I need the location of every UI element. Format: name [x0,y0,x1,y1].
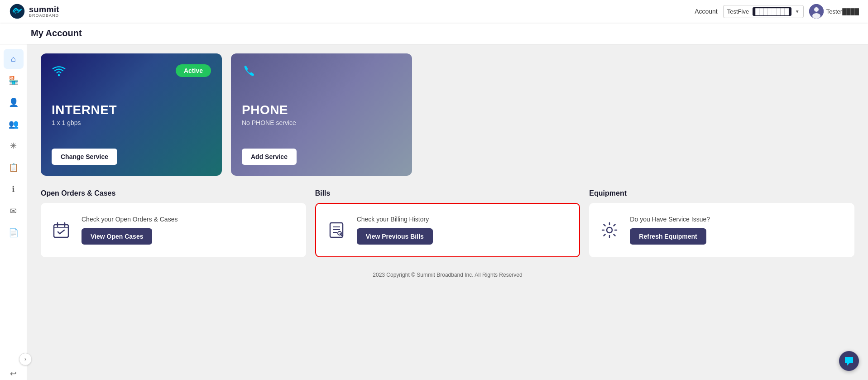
internet-card-top: Active [52,64,211,81]
sidebar-item-profile[interactable]: 👤 [4,92,24,112]
open-orders-section: Open Orders & Cases Check your Open Orde… [41,189,306,257]
bills-description: Check your Billing History [357,216,571,223]
open-orders-description: Check your Open Orders & Cases [82,216,297,223]
open-orders-title: Open Orders & Cases [41,189,306,197]
avatar [809,4,824,19]
view-open-cases-button[interactable]: View Open Cases [82,228,152,245]
bills-icon [325,221,348,239]
sidebar: ⌂ 🏪 👤 👥 ✳ 📋 ℹ ✉ 📄 ↩ › [0,44,27,380]
open-orders-card: Check your Open Orders & Cases View Open… [41,203,306,257]
bills-content: Check your Billing History View Previous… [357,216,571,245]
add-service-button[interactable]: Add Service [242,149,297,165]
sidebar-item-info[interactable]: ℹ [4,179,24,199]
internet-status-badge: Active [176,64,211,77]
svg-point-3 [812,13,820,19]
equipment-description: Do you Have Service Issue? [630,216,845,223]
svg-point-13 [338,231,341,235]
logo-broadband-text: broadband [29,14,59,18]
change-service-button[interactable]: Change Service [52,149,117,165]
wifi-icon [52,64,66,81]
internet-subtitle: 1 x 1 gbps [52,119,211,126]
bills-section: Bills Check your Billing Histo [315,189,580,257]
phone-service-card: PHONE No PHONE service Add Service [231,53,412,176]
internet-title: INTERNET [52,103,211,117]
sidebar-item-messages[interactable]: ✉ [4,201,24,221]
footer-text: 2023 Copyright © Summit Broadband Inc. A… [373,272,522,278]
internet-card-body: INTERNET 1 x 1 gbps [52,103,211,126]
svg-rect-5 [54,225,68,237]
equipment-content: Do you Have Service Issue? Refresh Equip… [630,216,845,245]
account-name: TestFive [727,8,749,15]
main-content: Active INTERNET 1 x 1 gbps Change Servic… [27,44,868,380]
equipment-section: Equipment Do you Have Service Issue? Ref… [589,189,854,257]
sidebar-item-notes[interactable]: 📄 [4,223,24,243]
svg-point-4 [58,74,60,76]
sidebar-item-users[interactable]: 👥 [4,114,24,134]
bills-card: Check your Billing History View Previous… [315,203,580,257]
equipment-card: Do you Have Service Issue? Refresh Equip… [589,203,854,257]
page-title-bar: My Account [0,23,868,44]
bills-title: Bills [315,189,580,197]
open-orders-content: Check your Open Orders & Cases View Open… [82,216,297,245]
calendar-check-icon [50,221,72,239]
header-right: Account TestFive ████████ ▼ Tester████ [695,4,859,19]
chevron-down-icon: ▼ [795,9,800,14]
account-id: ████████ [753,7,791,16]
sidebar-item-logout[interactable]: ↩ [4,364,24,380]
sidebar-expand-button[interactable]: › [19,353,32,366]
sidebar-item-home[interactable]: ⌂ [4,49,24,69]
bottom-sections: Open Orders & Cases Check your Open Orde… [41,189,854,257]
logo-text: summit broadband [29,5,59,18]
gear-icon [598,221,621,239]
logo-icon [9,3,25,19]
phone-card-top [242,64,401,80]
sidebar-item-settings[interactable]: ✳ [4,136,24,156]
svg-point-0 [10,4,24,19]
account-label: Account [695,8,718,15]
phone-subtitle: No PHONE service [242,119,401,126]
user-info: Tester████ [809,4,859,19]
page-title: My Account [31,28,859,38]
view-previous-bills-button[interactable]: View Previous Bills [357,228,433,245]
chat-bubble-button[interactable] [839,351,859,371]
logo: summit broadband [9,3,59,19]
service-cards: Active INTERNET 1 x 1 gbps Change Servic… [41,53,854,176]
internet-service-card: Active INTERNET 1 x 1 gbps Change Servic… [41,53,222,176]
account-selector[interactable]: TestFive ████████ ▼ [723,5,804,18]
footer: 2023 Copyright © Summit Broadband Inc. A… [41,266,854,284]
layout: ⌂ 🏪 👤 👥 ✳ 📋 ℹ ✉ 📄 ↩ › [0,44,868,380]
sidebar-item-documents[interactable]: 📋 [4,158,24,178]
equipment-title: Equipment [589,189,854,197]
user-name: Tester████ [826,8,859,15]
header: summit broadband Account TestFive ██████… [0,0,868,23]
logo-summit-text: summit [29,5,59,14]
sidebar-item-store[interactable]: 🏪 [4,71,24,91]
refresh-equipment-button[interactable]: Refresh Equipment [630,228,706,245]
svg-point-2 [814,7,819,12]
phone-icon [242,64,254,80]
phone-title: PHONE [242,103,401,117]
svg-point-14 [607,227,612,233]
phone-card-body: PHONE No PHONE service [242,103,401,126]
